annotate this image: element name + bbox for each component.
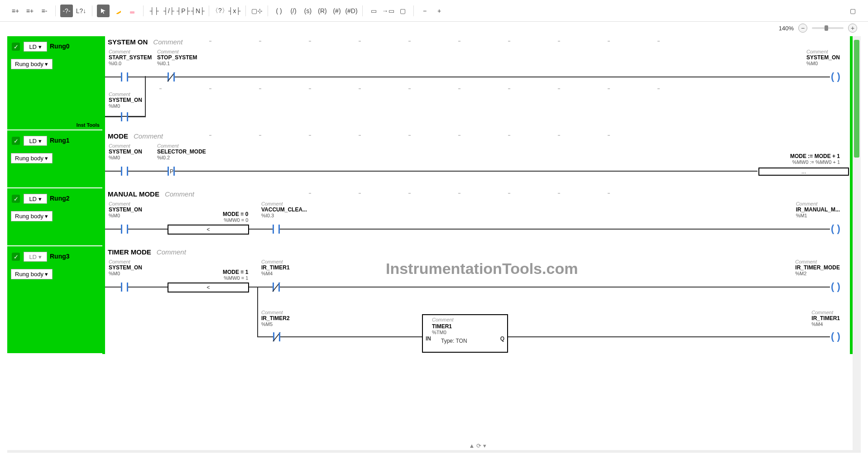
coil-icon[interactable]: ( ) (829, 224, 849, 235)
return-icon[interactable]: ▢ (396, 5, 409, 17)
rung-comment[interactable]: Comment (153, 38, 182, 46)
coil-icon[interactable]: ( ) (829, 331, 849, 342)
svg-rect-4 (121, 72, 122, 81)
xic-icon[interactable]: ┤x├ (228, 5, 241, 17)
contact-no-icon[interactable] (105, 224, 146, 235)
coil-r-icon[interactable]: (R) (316, 5, 329, 17)
rung-body-select[interactable]: Rung body ▾ (11, 269, 53, 279)
rung-lang-select[interactable]: LD ▾ (24, 136, 47, 146)
coil-hash-icon[interactable]: (#) (331, 5, 343, 17)
insert-line-icon[interactable]: ≡+ (9, 5, 22, 17)
contact-p-icon[interactable]: ┤P├ (177, 5, 190, 17)
coil-nc-icon[interactable]: (/) (287, 5, 300, 17)
rung-row-0: SYSTEM ONComment Comment START_SYSTEM %I… (102, 36, 853, 130)
rung-header-0[interactable]: ✓ LD ▾ Rung0 Rung body ▾ Inst Tools (7, 36, 102, 130)
rung-title: MANUAL MODE (108, 190, 159, 198)
contact-no-icon[interactable]: ┤├ (148, 5, 161, 17)
contact-no-icon[interactable] (105, 72, 146, 82)
draw-icon[interactable] (111, 5, 124, 17)
contact-start-system[interactable]: Comment START_SYSTEM %I0.0 (109, 49, 152, 66)
ladder-editor: ✓ LD ▾ Rung0 Rung body ▾ Inst Tools ✓ LD… (7, 36, 861, 453)
rung-lang-select[interactable]: LD ▾ (24, 42, 47, 52)
rung-comment[interactable]: Comment (134, 132, 163, 140)
compare-icon[interactable]: 〈?〉 (214, 5, 226, 17)
minus-icon[interactable]: − (418, 5, 431, 17)
rung-label: Rung1 (50, 137, 70, 144)
rung-lang-select[interactable]: LD ▾ (24, 194, 47, 204)
rung-row-3: TIMER MODEComment Comment SYSTEM_ON %M0 … (102, 246, 853, 354)
contact-ir-timer1[interactable]: Comment IR_TIMER1 %M4 (261, 259, 290, 276)
rung-check-icon[interactable]: ✓ (12, 253, 20, 261)
coil-system-on[interactable]: Comment SYSTEM_ON %M0 (806, 49, 840, 66)
rung-lang-select[interactable]: LD ▾ (24, 252, 47, 262)
contact-vacuum-cleaner[interactable]: Comment VACCUM_CLEA... %I0.3 (261, 201, 307, 218)
rung-body-select[interactable]: Rung body ▾ (11, 211, 53, 221)
rung-body-select[interactable]: Rung body ▾ (11, 153, 53, 163)
compare-block[interactable]: < (168, 283, 249, 292)
contact-nc-icon[interactable] (257, 331, 298, 342)
coil-ir-manual[interactable]: Comment IR_MANUAL_M... %M1 (796, 201, 840, 218)
rung-check-icon[interactable]: ✓ (12, 43, 20, 51)
svg-rect-37 (127, 283, 128, 292)
contact-no-icon[interactable] (105, 166, 146, 177)
coil-s-icon[interactable]: (s) (302, 5, 314, 17)
rung-comment[interactable]: Comment (157, 248, 186, 256)
coil-hashd-icon[interactable]: (#D) (345, 5, 358, 17)
insert-line2-icon[interactable]: ≡+ (24, 5, 36, 17)
op-block-icon[interactable]: ▭ (367, 5, 380, 17)
coil-ir-timer-mode[interactable]: Comment IR_TIMER_MODE %M2 (795, 259, 840, 276)
erase-icon[interactable] (126, 5, 139, 17)
svg-rect-28 (127, 225, 128, 234)
coil-icon[interactable]: ( ) (273, 5, 285, 17)
zoom-out-button[interactable]: − (798, 24, 807, 33)
function-block-timer1[interactable]: Comment TIMER1 %TM0 Type: TON IN Q (422, 314, 508, 353)
label-icon[interactable]: L?↓ (75, 5, 87, 17)
contact-system-on[interactable]: Comment SYSTEM_ON %M0 (109, 201, 142, 218)
plus-icon[interactable]: + (433, 5, 446, 17)
bottom-collapse-bar[interactable]: ▲ ⟳ ▾ (469, 442, 486, 449)
contact-no-icon[interactable] (261, 224, 297, 235)
contact-no-icon[interactable] (105, 111, 146, 122)
contact-nc-icon[interactable] (145, 72, 190, 82)
block-icon[interactable]: ▢⊹ (250, 5, 263, 17)
contact-n-icon[interactable]: ┤N├ (192, 5, 204, 17)
zoom-in-button[interactable]: + (848, 24, 857, 33)
branch-mode-icon[interactable]: -?- (60, 5, 73, 17)
svg-rect-5 (127, 72, 128, 81)
svg-rect-15 (127, 112, 128, 121)
zoom-slider[interactable] (812, 27, 844, 29)
rung-check-icon[interactable]: ✓ (12, 195, 20, 203)
vertical-scrollbar[interactable] (853, 36, 861, 450)
coil-icon[interactable]: ( ) (829, 72, 849, 82)
rung-header-3[interactable]: ✓ LD ▾ Rung3 Rung body ▾ (7, 246, 102, 354)
contact-p-icon[interactable]: P (145, 166, 190, 177)
compare-block-mode0[interactable]: MODE = 0 %MW0 = 0 (223, 211, 248, 223)
rung-header-2[interactable]: ✓ LD ▾ Rung2 Rung body ▾ (7, 188, 102, 246)
contact-system-on-branch[interactable]: Comment SYSTEM_ON %M0 (109, 91, 142, 109)
svg-rect-31 (273, 225, 274, 234)
rung-title: MODE (108, 132, 128, 140)
coil-ir-timer1[interactable]: Comment IR_TIMER1 %M4 (811, 310, 840, 327)
select-icon[interactable] (97, 5, 110, 17)
contact-selector-mode[interactable]: Comment SELECTOR_MODE %I0.2 (157, 143, 206, 160)
contact-nc-icon[interactable]: ┤/├ (163, 5, 175, 17)
delete-line-icon[interactable]: ≡- (38, 5, 51, 17)
contact-ir-timer2[interactable]: Comment IR_TIMER2 %M5 (261, 310, 290, 327)
operate-block[interactable]: ... (758, 168, 849, 176)
contact-system-on[interactable]: Comment SYSTEM_ON %M0 (109, 143, 142, 160)
operate-block-mode[interactable]: MODE := MODE + 1 %MW0 := %MW0 + 1 (790, 153, 840, 165)
compare-block-mode1[interactable]: MODE = 1 %MW0 = 1 (223, 269, 248, 281)
compare-block[interactable]: < (168, 225, 249, 235)
contact-stop-system[interactable]: Comment STOP_SYSTEM %I0.1 (157, 49, 197, 66)
jump-icon[interactable]: →▭ (382, 5, 394, 17)
svg-text:P: P (170, 168, 173, 175)
contact-no-icon[interactable] (105, 282, 146, 292)
rung-comment[interactable]: Comment (165, 190, 194, 198)
contact-system-on[interactable]: Comment SYSTEM_ON %M0 (109, 259, 142, 276)
rung-body-select[interactable]: Rung body ▾ (11, 59, 53, 69)
coil-icon[interactable]: ( ) (829, 282, 849, 292)
maximize-icon[interactable]: ▢ (846, 5, 859, 17)
contact-nc-icon[interactable] (261, 282, 297, 292)
rung-header-1[interactable]: ✓ LD ▾ Rung1 Rung body ▾ (7, 130, 102, 188)
rung-check-icon[interactable]: ✓ (12, 137, 20, 145)
